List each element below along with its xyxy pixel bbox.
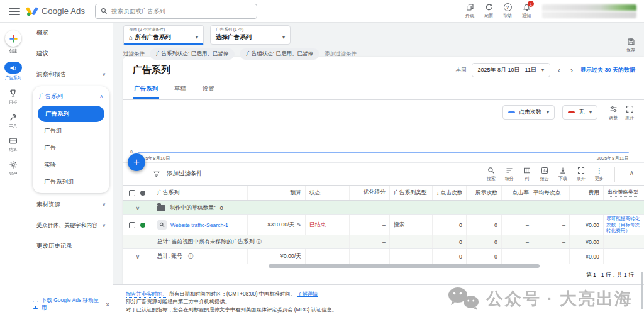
filter-chip-adgroup-status[interactable]: 广告组状态: 已启用、已暂停	[240, 48, 319, 60]
table-more-button[interactable]: ⋮ 更多	[595, 167, 604, 182]
sidebar-item-ads[interactable]: 广告	[33, 140, 109, 157]
col-status[interactable]: 状态	[309, 189, 321, 197]
campaign-name-link[interactable]: Website traffic-Search-1	[170, 222, 228, 228]
tab-drafts[interactable]: 草稿	[173, 84, 187, 99]
campaign-selector[interactable]: 广告系列 (1 个) 选择广告系列 ▾	[210, 25, 291, 45]
horizontal-scrollbar[interactable]	[123, 264, 644, 269]
table-segment-button[interactable]: 细分	[505, 167, 514, 182]
metric2-selector[interactable]: 无 ▾	[562, 105, 597, 120]
filter-conditions-label: 过滤条件	[123, 50, 145, 58]
sidebar-item-campaigns[interactable]: 广告系列	[38, 106, 104, 122]
rail-item-campaigns[interactable]: 广告系列	[0, 58, 26, 85]
close-icon[interactable]: ×	[106, 301, 109, 308]
show-last-30-days-link[interactable]: 显示过去 30 天的数据	[580, 66, 635, 74]
table-expand-button[interactable]: 展开	[577, 167, 586, 182]
sidebar-item-experiments[interactable]: 实验	[33, 157, 109, 174]
col-clicks[interactable]: 点击次数	[440, 189, 462, 197]
rail-item-goals[interactable]: 目标	[0, 85, 26, 109]
create-button[interactable]	[5, 30, 21, 47]
refresh-button[interactable]: 刷新	[484, 3, 493, 19]
app-promo[interactable]: 下载 Google Ads 移动应用 ×	[33, 297, 109, 312]
add-filter-button[interactable]: 添加过滤条件	[153, 170, 203, 178]
plus-icon: +	[133, 156, 140, 169]
col-bid-strategy[interactable]: 出价策略类型	[608, 189, 638, 197]
col-campaign[interactable]: 广告系列	[157, 189, 179, 197]
chart-adjust-button[interactable]: 调整	[609, 105, 618, 121]
sidebar-item-audiences[interactable]: 受众群体、关键字和内容 ∨	[26, 215, 113, 236]
add-filter-chip[interactable]: 添加过滤条件	[325, 50, 357, 58]
search-input[interactable]	[111, 8, 252, 14]
metric1-selector[interactable]: 点击次数 ▾	[502, 105, 555, 120]
global-search[interactable]	[95, 4, 257, 19]
expand-account-total-button[interactable]: ∨	[123, 249, 153, 264]
next-period-button[interactable]: ›	[568, 66, 575, 75]
col-type[interactable]: 广告系列类型	[394, 189, 427, 197]
edit-icon[interactable]: ✎	[297, 222, 301, 228]
tab-campaigns[interactable]: 广告系列	[133, 84, 159, 99]
learn-more-link[interactable]: 了解详情	[297, 291, 318, 297]
date-range-picker[interactable]: 2025年 8月 10日 - 11日 ▾	[472, 63, 550, 77]
chart-expand-button[interactable]: 展开	[625, 105, 634, 121]
col-budget[interactable]: 预算	[290, 189, 301, 197]
account-info-blurred[interactable]	[542, 4, 636, 18]
col-avg-cpc[interactable]: 平均每次点...	[533, 189, 565, 197]
total-account-avg-cpc: –	[562, 253, 565, 260]
view-selector[interactable]: 视图 (2 个过滤条件) ⌂ 所有广告系列 ▾	[123, 25, 204, 45]
rail-item-billing[interactable]: 结算	[0, 133, 26, 157]
col-ctr[interactable]: 点击率	[513, 189, 529, 197]
col-opt-score[interactable]: 优化得分	[364, 189, 386, 197]
tab-settings[interactable]: 设置	[201, 84, 216, 99]
sidebar-item-insights[interactable]: 洞察和报告 ∨	[26, 64, 113, 85]
dropdown-arrow-icon: ▾	[547, 109, 549, 115]
help-button[interactable]: ? 帮助	[503, 3, 512, 19]
drafts-count-label: 制作中的草稿数量:	[170, 204, 216, 212]
rail-item-admin[interactable]: 管理	[0, 157, 26, 181]
campaign-bid-strategy-link[interactable]: 尽可能提高转化次数（目标每次转化费用）	[604, 214, 644, 236]
sidebar-item-change-history[interactable]: 更改历史记录	[26, 236, 113, 257]
col-cost[interactable]: 费用	[588, 189, 599, 197]
report-icon	[541, 167, 548, 174]
sidebar-item-overview[interactable]: 概览	[26, 23, 113, 43]
table-search-button[interactable]: 搜索	[487, 167, 496, 182]
vertical-scrollbar[interactable]	[641, 272, 643, 309]
metric1-color-dash	[508, 111, 515, 113]
appearance-button[interactable]: 外观	[465, 3, 474, 19]
expand-drafts-button[interactable]: ∨	[123, 201, 153, 214]
filter-chip-campaign-status[interactable]: 广告系列状态: 已启用、已暂停	[150, 48, 235, 60]
new-campaign-fab[interactable]: +	[128, 153, 145, 171]
sidebar-item-assets[interactable]: 素材资源 ∨	[26, 194, 113, 215]
rail-item-create[interactable]: 创建	[0, 26, 26, 58]
save-icon	[627, 38, 635, 46]
select-all-checkbox[interactable]	[129, 190, 135, 196]
help-icon: ?	[504, 3, 512, 11]
home-icon: ⌂	[129, 34, 133, 41]
sidebar-item-campaigns-parent[interactable]: 广告系列 ∧	[33, 87, 109, 105]
collapse-table-button[interactable]: ∧	[626, 167, 638, 179]
campaign-budget[interactable]: ¥310.00/天	[267, 221, 294, 229]
rail-item-tools[interactable]: 工具	[0, 109, 26, 133]
status-dot-enabled[interactable]	[140, 223, 145, 228]
save-button[interactable]: 保存	[626, 38, 635, 53]
notifications-button[interactable]: 1 通知	[522, 3, 531, 19]
prev-period-button[interactable]: ‹	[555, 66, 563, 75]
trophy-icon	[9, 89, 18, 97]
total-view-clicks: 0	[459, 239, 462, 245]
scrollbar-thumb[interactable]	[269, 264, 540, 268]
row-checkbox[interactable]	[129, 222, 135, 228]
chevron-down-icon: ∨	[136, 253, 140, 260]
table-report-button[interactable]: 报告	[540, 167, 549, 182]
menu-icon[interactable]	[9, 8, 20, 15]
mrc-note: 对于已认证的指标，您会在列标题的悬停文字中看到美国媒体评定委员会 (MRC) 认…	[126, 306, 638, 313]
total-view-row: 总计: 当前视图中所有未移除的广告系列ⓘ – 0 0 – – ¥0.00	[123, 235, 644, 248]
not-realtime-link[interactable]: 报告并非实时的。	[126, 291, 167, 298]
sidebar-item-ad-groups[interactable]: 广告组	[33, 123, 109, 140]
campaigns-pill	[4, 62, 22, 74]
dropdown-arrow-icon: ▾	[189, 35, 198, 40]
table-columns-button[interactable]: 列	[523, 167, 531, 182]
col-impressions[interactable]: 展示次数	[475, 189, 497, 197]
sidebar-item-recommendations[interactable]: 建议	[26, 43, 113, 64]
campaign-ctr: –	[526, 222, 529, 228]
table-download-button[interactable]: 下载	[558, 167, 567, 182]
sidebar-item-campaign-groups[interactable]: 广告系列组	[33, 174, 109, 191]
sidebar: 概览 建议 洞察和报告 ∨ 广告系列 ∧ 广告系列 广告组 广告 实验 广告系列…	[26, 23, 113, 317]
